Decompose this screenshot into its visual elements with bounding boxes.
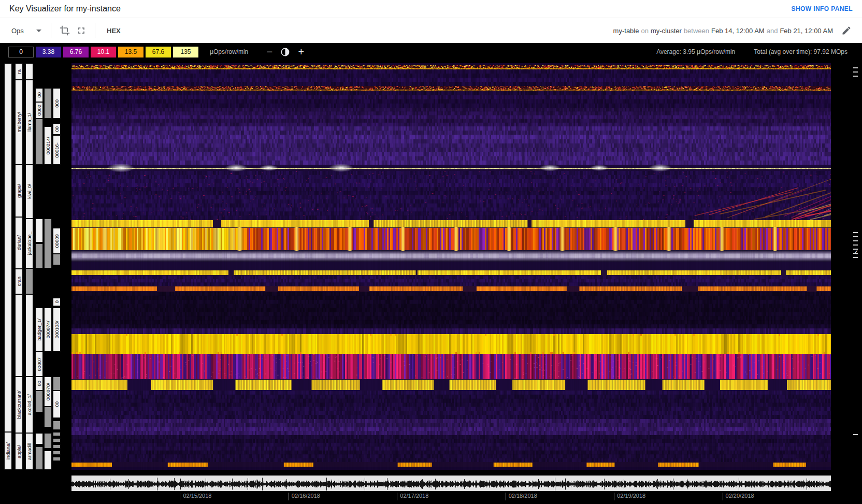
key-prefix-box[interactable]: mulberry/ (15, 80, 23, 165)
key-prefix-box[interactable]: 00 (35, 377, 43, 391)
context-end-time: Feb 21, 12:00 AM (780, 27, 833, 35)
key-prefix-box[interactable]: axolotl_1/ (25, 377, 33, 433)
key-prefix-box[interactable] (4, 63, 12, 432)
page-header: Key Visualizer for my-instance SHOW INFO… (0, 0, 862, 18)
legend-stop: 10.1 (91, 47, 116, 57)
key-prefix-box[interactable] (35, 219, 43, 242)
key-prefix-box[interactable] (35, 243, 43, 268)
key-prefix-box[interactable]: indiana/ (4, 432, 12, 470)
key-prefix-box[interactable]: llama_1/ (25, 80, 33, 165)
key-prefix-box[interactable]: 00 (35, 88, 43, 102)
key-prefix-box[interactable]: 00007 (35, 352, 43, 377)
row-key-labels: indiana/ramulberry/grape/durian/cranblac… (0, 63, 71, 470)
legend-stop: 3.38 (36, 47, 61, 57)
key-prefix-box[interactable] (25, 294, 33, 377)
date-label: 02/15/2018 (180, 493, 211, 500)
key-prefix-box[interactable]: kiwi_0/ (25, 165, 33, 219)
toolbar-divider (95, 23, 95, 38)
key-prefix-box[interactable]: 00 (53, 391, 61, 418)
key-prefix-box[interactable]: 00 (53, 123, 61, 135)
context-on: on (641, 27, 648, 35)
key-prefix-box[interactable] (44, 451, 52, 470)
key-prefix-box[interactable]: armadill (25, 433, 33, 470)
key-prefix-box[interactable] (53, 451, 61, 455)
unit-label: µOps/row/min (210, 48, 248, 55)
scroll-mark (853, 434, 858, 435)
context-cluster: my-cluster (651, 27, 682, 35)
key-prefix-box[interactable]: badger_1/ (35, 308, 43, 352)
key-prefix-box[interactable]: 000 (53, 88, 61, 119)
pencil-icon (841, 25, 852, 36)
key-prefix-box[interactable]: 000103/ (53, 308, 61, 352)
average-stat: Average: 3.95 µOps/row/min (656, 48, 735, 55)
key-prefix-box[interactable]: cran (15, 269, 23, 294)
color-scale: 03.386.7610.113.567.6135 (8, 47, 200, 57)
context-table: my-table (613, 27, 639, 35)
key-prefix-box[interactable]: 0 (53, 298, 61, 306)
key-prefix-box[interactable]: 0002 (35, 102, 43, 119)
chevron-down-icon (36, 30, 41, 32)
contrast-icon[interactable] (280, 47, 290, 57)
key-prefix-box[interactable]: 000070/ (44, 377, 52, 407)
key-prefix-box[interactable]: 00016- (53, 135, 61, 165)
key-prefix-box[interactable] (53, 377, 61, 391)
key-prefix-box[interactable] (35, 391, 43, 412)
timeline-scrubber[interactable] (71, 476, 831, 491)
context-between: between (684, 27, 709, 35)
key-prefix-box[interactable] (15, 294, 23, 377)
key-prefix-box[interactable]: 000214/ (44, 126, 52, 165)
key-prefix-box[interactable]: ra (15, 63, 23, 80)
crop-zoom-button[interactable] (56, 22, 73, 39)
key-prefix-box[interactable] (53, 254, 61, 265)
key-prefix-box[interactable] (44, 219, 52, 268)
key-prefix-box[interactable] (44, 433, 52, 449)
context-start-time: Feb 14, 12:00 AM (711, 27, 765, 35)
key-prefix-box[interactable] (35, 447, 43, 470)
key-prefix-box[interactable] (35, 119, 43, 165)
scroll-mark (853, 67, 858, 68)
key-prefix-box[interactable] (53, 438, 61, 442)
key-prefix-box[interactable]: apple/ (15, 433, 23, 470)
show-info-panel-link[interactable]: SHOW INFO PANEL (792, 5, 853, 12)
total-stat: Total (avg over time): 97.92 MOps (754, 48, 847, 55)
edit-scan-button[interactable] (838, 22, 855, 39)
heatmap-canvas[interactable] (71, 63, 831, 470)
key-prefix-box[interactable]: 00009 (53, 228, 61, 254)
key-prefix-box[interactable] (53, 444, 61, 449)
fullscreen-button[interactable] (73, 22, 90, 39)
legend-stop: 0 (8, 47, 34, 57)
key-prefix-box[interactable] (25, 63, 33, 80)
legend-stop: 67.6 (146, 47, 171, 57)
key-prefix-box[interactable]: blackcurrant/ (15, 377, 23, 433)
timeline-dates: 02/15/201802/16/201802/17/201802/18/2018… (71, 492, 831, 502)
key-prefix-box[interactable] (53, 457, 61, 461)
metric-dropdown[interactable]: Ops (7, 24, 46, 38)
context-and: and (767, 27, 778, 35)
toolbar: Ops HEX my-table on my-cluster between F… (0, 18, 862, 43)
legend-stop: 13.5 (118, 47, 143, 57)
key-prefix-box[interactable]: grape/ (15, 165, 23, 217)
scroll-mark (853, 232, 858, 233)
crop-icon (60, 25, 70, 36)
key-prefix-box[interactable] (35, 433, 43, 444)
hex-toggle-button[interactable]: HEX (100, 24, 127, 38)
key-prefix-box[interactable] (44, 88, 52, 119)
key-prefix-box[interactable]: jackalope_ (25, 219, 33, 268)
scale-bar: 03.386.7610.113.567.6135 µOps/row/min − … (8, 46, 847, 58)
key-prefix-box[interactable]: durian/ (15, 217, 23, 269)
key-prefix-box[interactable] (53, 432, 61, 436)
brightness-minus-button[interactable]: − (261, 46, 278, 58)
key-prefix-box[interactable] (53, 421, 61, 430)
key-prefix-box[interactable] (25, 268, 33, 294)
brightness-plus-button[interactable]: + (292, 46, 310, 58)
scan-context: my-table on my-cluster between Feb 14, 1… (613, 27, 833, 35)
scroll-mark (853, 240, 858, 241)
pane-resize-handle[interactable]: ‹ (855, 248, 858, 256)
row-scrollbar[interactable]: ‹ (852, 63, 861, 470)
legend-stop: 135 (173, 47, 198, 57)
key-prefix-box[interactable] (44, 407, 52, 427)
stats: Average: 3.95 µOps/row/min Total (avg ov… (656, 48, 847, 55)
fullscreen-icon (76, 25, 87, 36)
key-prefix-box[interactable]: 000074/ (44, 308, 52, 352)
date-label: 02/17/2018 (397, 493, 428, 500)
